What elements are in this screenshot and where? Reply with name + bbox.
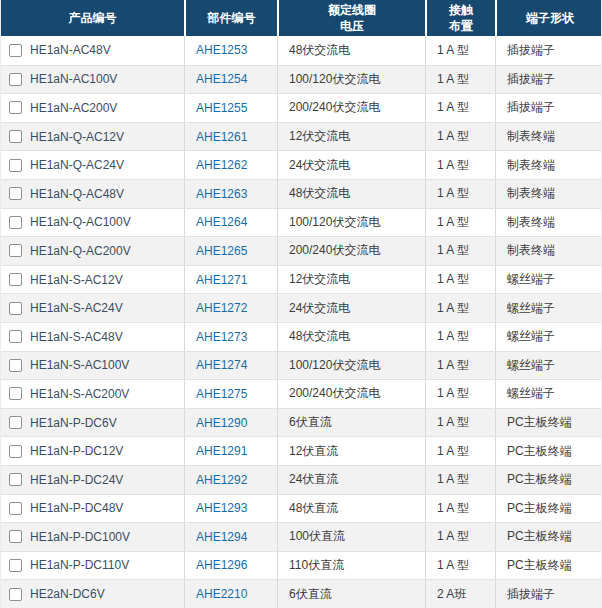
row-checkbox[interactable] [9,359,22,372]
row-checkbox[interactable] [9,273,22,286]
part-number-link[interactable]: AHE1262 [196,158,247,172]
terminal-shape-cell: 制表终端 [495,237,602,265]
row-checkbox[interactable] [9,502,22,515]
row-checkbox[interactable] [9,302,22,315]
row-checkbox[interactable] [9,244,22,257]
part-number-link[interactable]: AHE1293 [196,501,247,515]
row-checkbox[interactable] [9,44,22,57]
product-cell: HE1aN-S-AC12V [1,266,184,294]
part-number-link[interactable]: AHE1296 [196,558,247,572]
terminal-shape-cell: 制表终端 [495,180,602,208]
part-number-link[interactable]: AHE1261 [196,130,247,144]
terminal-shape-cell: 制表终端 [495,151,602,179]
product-number: HE1aN-S-AC24V [30,301,123,315]
row-checkbox[interactable] [9,130,22,143]
product-cell: HE1aN-Q-AC12V [1,123,184,151]
contact-arrangement-cell: 1 A 型 [425,437,495,465]
table-row: HE1aN-S-AC48V AHE1273 48伏交流电 1 A 型 螺丝端子 [1,322,602,351]
contact-arrangement-cell: 1 A 型 [425,352,495,380]
row-checkbox[interactable] [9,445,22,458]
part-number-cell: AHE1296 [184,552,277,580]
table-row: HE1aN-AC200V AHE1255 200/240伏交流电 1 A 型 插… [1,93,602,122]
row-checkbox[interactable] [9,330,22,343]
row-checkbox[interactable] [9,187,22,200]
contact-arrangement-cell: 1 A 型 [425,266,495,294]
product-cell: HE1aN-P-DC6V [1,409,184,437]
coil-voltage-cell: 110伏直流 [277,552,425,580]
part-number-cell: AHE1263 [184,180,277,208]
part-number-link[interactable]: AHE1265 [196,244,247,258]
coil-voltage-cell: 200/240伏交流电 [277,94,425,122]
contact-arrangement-cell: 1 A 型 [425,237,495,265]
terminal-shape-cell: PC主板终端 [495,552,602,580]
part-number-cell: AHE1261 [184,123,277,151]
coil-voltage-cell: 100伏直流 [277,523,425,551]
part-number-link[interactable]: AHE1253 [196,43,247,57]
terminal-shape-cell: 插拔端子 [495,580,602,608]
terminal-shape-cell: PC主板终端 [495,437,602,465]
coil-voltage-cell: 100/120伏交流电 [277,209,425,237]
row-checkbox[interactable] [9,101,22,114]
part-number-link[interactable]: AHE2210 [196,587,247,601]
part-number-cell: AHE1271 [184,266,277,294]
part-number-link[interactable]: AHE1290 [196,416,247,430]
coil-voltage-cell: 12伏交流电 [277,266,425,294]
row-checkbox[interactable] [9,588,22,601]
part-number-cell: AHE1291 [184,437,277,465]
column-header-coil-voltage: 额定线圈 电压 [277,0,425,36]
coil-voltage-cell: 100/120伏交流电 [277,352,425,380]
part-number-link[interactable]: AHE1264 [196,215,247,229]
part-number-link[interactable]: AHE1273 [196,330,247,344]
part-number-cell: AHE2210 [184,580,277,608]
part-number-cell: AHE1264 [184,209,277,237]
product-number: HE1aN-P-DC100V [30,530,130,544]
column-header-terminal-shape: 端子形状 [495,0,602,36]
product-cell: HE1aN-S-AC100V [1,352,184,380]
terminal-shape-cell: PC主板终端 [495,466,602,494]
row-checkbox[interactable] [9,216,22,229]
product-number: HE1aN-S-AC200V [30,387,129,401]
part-number-link[interactable]: AHE1254 [196,72,247,86]
contact-arrangement-cell: 1 A 型 [425,151,495,179]
terminal-shape-cell: 插拔端子 [495,66,602,94]
part-number-link[interactable]: AHE1263 [196,187,247,201]
part-number-link[interactable]: AHE1255 [196,101,247,115]
product-number: HE1aN-Q-AC48V [30,187,124,201]
part-number-link[interactable]: AHE1271 [196,273,247,287]
contact-arrangement-cell: 1 A 型 [425,294,495,322]
coil-voltage-cell: 6伏直流 [277,580,425,608]
row-checkbox[interactable] [9,530,22,543]
contact-arrangement-cell: 2 A班 [425,580,495,608]
row-checkbox[interactable] [9,73,22,86]
column-header-contact-arrangement: 接触 布置 [425,0,495,36]
table-body: HE1aN-AC48V AHE1253 48伏交流电 1 A 型 插拔端子 HE… [1,36,602,608]
terminal-shape-cell: 螺丝端子 [495,323,602,351]
contact-arrangement-cell: 1 A 型 [425,409,495,437]
part-number-cell: AHE1292 [184,466,277,494]
row-checkbox[interactable] [9,416,22,429]
part-number-link[interactable]: AHE1292 [196,473,247,487]
part-number-link[interactable]: AHE1291 [196,444,247,458]
row-checkbox[interactable] [9,559,22,572]
product-number: HE1aN-S-AC48V [30,330,123,344]
contact-arrangement-cell: 1 A 型 [425,380,495,408]
part-number-link[interactable]: AHE1275 [196,387,247,401]
row-checkbox[interactable] [9,387,22,400]
part-number-link[interactable]: AHE1272 [196,301,247,315]
terminal-shape-cell: 插拔端子 [495,36,602,65]
terminal-shape-cell: 螺丝端子 [495,294,602,322]
coil-voltage-cell: 24伏直流 [277,466,425,494]
part-number-link[interactable]: AHE1274 [196,358,247,372]
table-row: HE1aN-Q-AC100V AHE1264 100/120伏交流电 1 A 型… [1,208,602,237]
row-checkbox[interactable] [9,473,22,486]
product-number: HE1aN-AC200V [30,101,117,115]
part-number-cell: AHE1273 [184,323,277,351]
table-row: HE1aN-S-AC200V AHE1275 200/240伏交流电 1 A 型… [1,379,602,408]
row-checkbox[interactable] [9,159,22,172]
part-number-link[interactable]: AHE1294 [196,530,247,544]
table-row: HE1aN-AC100V AHE1254 100/120伏交流电 1 A 型 插… [1,65,602,94]
product-number: HE1aN-Q-AC200V [30,244,131,258]
table-row: HE1aN-S-AC12V AHE1271 12伏交流电 1 A 型 螺丝端子 [1,265,602,294]
coil-voltage-cell: 100/120伏交流电 [277,66,425,94]
terminal-shape-cell: 制表终端 [495,209,602,237]
